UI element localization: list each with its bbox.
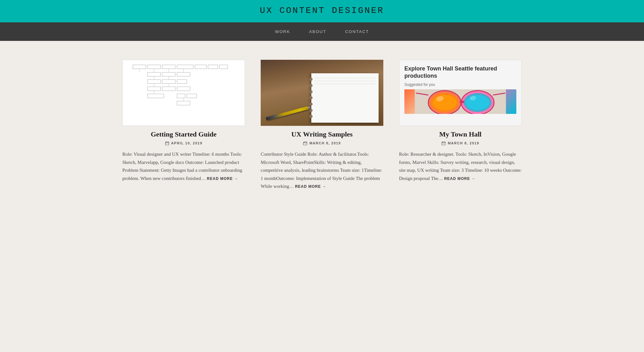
card-title-1: Getting Started Guide [122, 130, 245, 138]
card-body-3: My Town Hall MARCH 8, 2019 Role: Researc… [399, 126, 522, 182]
card-body-1: Getting Started Guide APRIL 10, 2019 Rol… [122, 126, 245, 182]
card-ux-writing-samples: UX Writing Samples MARCH 8, 2019 Contrib… [261, 60, 383, 191]
svg-rect-34 [303, 142, 307, 145]
svg-rect-11 [162, 80, 175, 83]
card-title-3: My Town Hall [399, 130, 522, 138]
svg-rect-53 [442, 142, 445, 145]
card-description-3: Role: Researcher & designer. Tools: Sket… [399, 150, 522, 182]
card-my-town-hall: Explore Town Hall Seattle featured produ… [399, 60, 522, 191]
townhall-text-area: Explore Town Hall Seattle featured produ… [404, 65, 516, 89]
svg-rect-17 [177, 94, 185, 98]
svg-rect-1 [148, 65, 161, 69]
card-getting-started-guide: Getting Started Guide APRIL 10, 2019 Rol… [122, 60, 245, 191]
svg-rect-5 [208, 65, 218, 69]
svg-rect-18 [187, 94, 197, 98]
site-nav: WORK ABOUT CONTACT [0, 22, 644, 41]
card-title-2: UX Writing Samples [261, 130, 383, 138]
svg-rect-7 [148, 73, 161, 76]
read-more-1[interactable]: READ MORE → [207, 176, 238, 181]
card-image-townhall: Explore Town Hall Seattle featured produ… [399, 60, 522, 126]
svg-point-42 [433, 95, 457, 110]
nav-about[interactable]: ABOUT [309, 29, 326, 34]
calendar-icon-3 [441, 141, 446, 145]
main-content: Getting Started Guide APRIL 10, 2019 Rol… [110, 60, 534, 191]
calendar-icon-2 [303, 141, 308, 145]
site-title: UX CONTENT DESIGNER [0, 6, 644, 15]
svg-rect-9 [177, 73, 190, 76]
svg-rect-14 [162, 87, 175, 91]
site-header: UX CONTENT DESIGNER [0, 0, 644, 22]
card-description-1: Role: Visual designer and UX writer Time… [122, 150, 245, 182]
card-date-3: MARCH 8, 2019 [399, 141, 522, 145]
svg-rect-4 [195, 65, 206, 69]
card-description-2: Contributor Style Guide Role: Author & f… [261, 150, 383, 191]
nav-contact[interactable]: CONTACT [345, 29, 369, 34]
read-more-3[interactable]: READ MORE → [444, 176, 475, 181]
svg-rect-13 [148, 87, 161, 91]
svg-rect-8 [162, 73, 175, 76]
svg-rect-19 [177, 101, 190, 105]
townhall-banner-image [404, 89, 516, 114]
card-date-text-1: APRIL 10, 2019 [171, 141, 203, 145]
card-body-2: UX Writing Samples MARCH 8, 2019 Contrib… [261, 126, 383, 191]
svg-rect-16 [148, 94, 164, 98]
townhall-card-title: Explore Town Hall Seattle featured produ… [404, 65, 516, 80]
svg-rect-6 [219, 65, 228, 69]
svg-rect-15 [177, 87, 190, 91]
card-date-text-2: MARCH 8, 2019 [309, 141, 341, 145]
svg-rect-0 [133, 65, 146, 69]
svg-rect-46 [460, 101, 464, 103]
card-image-notebook [261, 60, 383, 126]
svg-rect-2 [162, 65, 175, 69]
svg-rect-30 [165, 142, 169, 145]
notebook-photo [261, 60, 383, 126]
card-image-diagram [122, 60, 245, 126]
svg-rect-3 [177, 65, 193, 69]
card-date-1: APRIL 10, 2019 [122, 141, 245, 145]
card-date-2: MARCH 8, 2019 [261, 141, 383, 145]
townhall-card-subtitle: Suggested for you [404, 82, 516, 87]
read-more-2[interactable]: READ MORE → [295, 184, 326, 189]
svg-point-45 [466, 95, 490, 110]
nav-work[interactable]: WORK [275, 29, 290, 34]
card-date-text-3: MARCH 8, 2019 [448, 141, 479, 145]
svg-rect-12 [177, 80, 187, 83]
calendar-icon-1 [165, 141, 169, 145]
svg-rect-10 [148, 80, 161, 83]
